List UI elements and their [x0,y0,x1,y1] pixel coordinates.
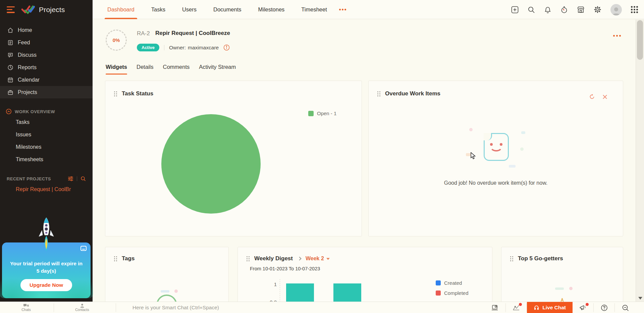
add-new-icon[interactable] [511,6,519,13]
sidebar-item-label: Feed [18,40,30,46]
chats-shortcut[interactable]: Chats [16,302,36,313]
drag-handle-icon[interactable] [114,91,117,96]
calendar-icon [7,77,13,83]
settings-gear-icon[interactable] [594,6,601,13]
user-avatar[interactable] [610,4,622,15]
rocket-illustration [37,216,56,257]
pie-legend-open[interactable]: Open - 1 [308,110,336,116]
brand-area: Projects [0,0,93,19]
refresh-icon[interactable] [589,94,595,100]
legend-created[interactable]: Created [436,280,469,286]
sidebar-item-label: Reports [18,64,37,71]
widget-header: Tags [114,255,135,262]
scrollbar-down-arrow-icon[interactable] [638,297,642,300]
tab-tasks[interactable]: Tasks [150,0,167,19]
drag-handle-icon[interactable] [377,91,380,96]
sidebar-item-discuss[interactable]: Discuss [0,49,93,61]
hamburger-menu-icon[interactable] [7,6,15,13]
minimize-banner-icon[interactable] [80,246,87,251]
confetti-dot [174,289,178,293]
tab-dashboard[interactable]: Dashboard [106,0,136,19]
tab-details[interactable]: Details [137,64,153,75]
project-progress-ring: 0% [106,30,127,51]
drag-handle-icon[interactable] [114,256,117,261]
sidebar-item-reports[interactable]: Reports [0,61,93,74]
recent-project-link[interactable]: Repir Request | CoolBr [0,186,91,192]
sidebar-item-issues[interactable]: Issues [0,128,93,141]
drag-handle-icon[interactable] [247,256,250,261]
headset-icon [534,305,539,311]
tab-widgets[interactable]: Widgets [106,64,127,75]
owner-label: Owner: [169,45,186,51]
analytics-icon[interactable] [506,302,527,313]
sidebar-item-label: Projects [18,89,37,95]
contacts-shortcut[interactable]: Contacts [72,302,92,313]
tags-empty-illustration [156,295,177,302]
trial-message-line1: Your trial period will expire in [7,260,86,267]
legend-completed[interactable]: Completed [436,290,469,296]
collapse-section-icon[interactable] [6,108,12,115]
sidebar-item-projects[interactable]: Projects [0,86,93,98]
drag-handle-icon[interactable] [510,256,513,261]
info-icon[interactable] [223,44,230,51]
digest-bar-2[interactable] [333,283,361,302]
notifications-bell-icon[interactable] [544,6,551,13]
widget-title: Weekly Digest [254,255,293,262]
upgrade-now-button[interactable]: Upgrade Now [20,279,72,291]
status-badge[interactable]: Active [137,44,159,51]
sidebar-item-label: Home [18,27,32,33]
widget-task-status: Task Status Open - 1 [105,81,362,236]
filter-sliders-icon[interactable] [68,176,73,181]
help-icon[interactable] [594,302,614,313]
work-overview-header[interactable]: WORK OVERVIEW [0,107,93,116]
sidebar-item-label: Discuss [18,52,37,58]
tab-users[interactable]: Users [181,0,198,19]
week-selector-group: Week 2 [293,256,330,262]
sidebar-menu: Home Feed Discuss Reports Calendar Proje… [0,19,93,98]
tab-documents[interactable]: Documents [212,0,243,19]
page-scrollbar[interactable] [636,19,644,302]
trial-banner: Your trial period will expire in 5 day(s… [2,242,91,298]
apps-grid-icon[interactable] [631,6,638,13]
zia-search-icon[interactable] [615,302,636,313]
announcements-megaphone-icon[interactable] [573,302,593,313]
legend-swatch [436,290,441,296]
marketplace-icon[interactable] [577,6,585,13]
digest-bar-1[interactable] [286,283,314,302]
zoho-projects-logo-icon [21,5,35,15]
project-search-icon[interactable] [80,176,86,181]
search-icon[interactable] [528,6,535,13]
owner-name: maximaxcare [188,45,219,51]
tab-timesheet[interactable]: Timesheet [300,0,328,19]
sidebar-item-calendar[interactable]: Calendar [0,74,93,86]
week-dropdown[interactable]: Week 2 [306,256,330,262]
sidebar-item-milestones[interactable]: Milestones [0,141,93,153]
more-tabs-icon[interactable] [339,9,346,10]
reports-icon [7,64,13,71]
bottom-bar: Chats Contacts Live Chat [0,302,644,313]
widget-title: Tags [122,255,135,262]
confetti-dot [520,147,524,151]
tab-milestones[interactable]: Milestones [257,0,286,19]
sidebar-item-home[interactable]: Home [0,24,93,36]
project-more-actions-icon[interactable] [613,35,621,37]
divider [77,176,77,181]
widget-tags: Tags [105,247,229,302]
remote-assist-icon[interactable] [485,302,505,313]
smart-chat-input[interactable] [117,302,496,313]
timer-icon[interactable] [560,6,568,13]
sidebar-item-tasks[interactable]: Tasks [0,116,93,128]
scrollbar-thumb[interactable] [637,20,643,60]
sidebar-item-feed[interactable]: Feed [0,36,93,49]
widget-title: Overdue Work Items [385,90,440,97]
live-chat-button[interactable]: Live Chat [527,302,573,313]
task-status-pie-chart[interactable] [161,114,261,214]
tab-comments[interactable]: Comments [163,64,190,75]
work-overview-section: WORK OVERVIEW Tasks Issues Milestones Ti… [0,107,93,166]
sidebar-item-timesheets[interactable]: Timesheets [0,153,93,166]
widget-header: Overdue Work Items [377,90,440,97]
close-widget-icon[interactable] [602,94,607,99]
tab-activity-stream[interactable]: Activity Stream [199,64,236,75]
project-title: Repir Request | CoolBreeze [155,30,230,37]
confetti-dot [509,165,516,168]
